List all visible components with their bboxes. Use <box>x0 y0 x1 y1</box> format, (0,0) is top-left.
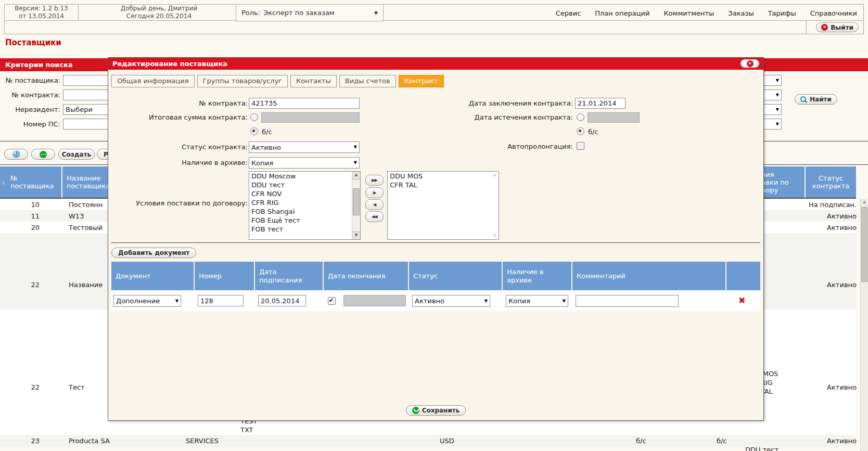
save-icon <box>412 407 419 414</box>
col-header-status[interactable]: Статус контракта <box>806 166 856 198</box>
terms-available-list[interactable]: DDU Moscow DDU тест CFR NOV CFR RIG FOB … <box>249 171 361 240</box>
greeting: Добрый день, Дмитрий Сегодня 20.05.2014 <box>79 5 240 20</box>
nonresident-value: Выбери <box>66 106 93 113</box>
role-select[interactable]: Роль: Эксперт по заказам ▼ <box>236 4 384 21</box>
chevron-down-icon: ▼ <box>354 145 357 149</box>
secondary-bar: ✕ Выйти <box>4 21 864 34</box>
scrollbar-thumb[interactable] <box>353 188 360 215</box>
green-dots-icon <box>40 151 47 158</box>
version-line2: от 13.05.2014 <box>5 12 78 20</box>
role-label: Роль: <box>241 9 260 17</box>
list-item[interactable]: FOB тест <box>249 225 360 234</box>
doc-table-row: Дополнение ▼ ✔ Активно ▼ Копия ▼ ✖ <box>111 290 760 311</box>
chevron-down-icon: ▼ <box>484 299 488 303</box>
menu-item-operations-plan[interactable]: План операций <box>595 9 649 17</box>
top-bar: Версия: 1.2 b.13 от 13.05.2014 Добрый де… <box>4 4 864 21</box>
terms-selected-list[interactable]: DDU MOS CFR TAL ▲ ▼ <box>387 171 499 240</box>
date-end-disabled-input <box>588 112 640 123</box>
cell-supplier-no: 20 <box>15 224 40 232</box>
delete-row-icon[interactable]: ✖ <box>738 295 745 305</box>
doc-col-end-date: Дата окончания <box>324 262 408 290</box>
list-item[interactable]: FOB Ещё тест <box>249 216 360 225</box>
move-right-button[interactable]: ▶ <box>365 187 384 198</box>
menu-item-tariffs[interactable]: Тарифы <box>768 9 796 17</box>
chevron-down-icon: ▼ <box>175 299 178 303</box>
doc-archive-select[interactable]: Копия ▼ <box>506 295 568 307</box>
ps-number-label: Номер ПС: <box>0 120 60 128</box>
logout-label: Выйти <box>831 24 853 31</box>
tab-goods-groups[interactable]: Группы товаров/услуг <box>197 75 288 87</box>
doc-no-end-date-checkbox[interactable]: ✔ <box>328 297 336 305</box>
tab-account-types[interactable]: Виды счетов <box>339 75 396 87</box>
list-item[interactable]: CFR TAL <box>388 181 499 189</box>
add-document-button[interactable]: Добавить документ <box>111 248 196 258</box>
tab-general-info[interactable]: Общая информация <box>111 75 195 87</box>
autoprolong-label: Автопролонгация: <box>417 143 573 151</box>
refresh-button[interactable] <box>4 149 28 160</box>
grid-scrollbar[interactable]: ▲ <box>860 199 868 451</box>
doc-comment-input[interactable] <box>576 295 679 307</box>
move-all-right-button[interactable]: ▶▶ <box>365 175 384 186</box>
list-item[interactable]: CFR NOV <box>249 189 360 198</box>
list-item[interactable]: DDU Moscow <box>249 172 360 181</box>
date-start-label: Дата заключения контракта: <box>417 99 573 108</box>
scroll-up-icon[interactable]: ▲ <box>861 199 868 205</box>
total-sum-bs-radio[interactable] <box>250 127 258 135</box>
doc-status-select[interactable]: Активно ▼ <box>412 295 490 307</box>
version-info: Версия: 1.2 b.13 от 13.05.2014 <box>5 5 79 20</box>
cell-supplier-no: 22 <box>15 281 40 289</box>
menu-item-commitments[interactable]: Коммитменты <box>663 9 714 17</box>
tab-contract[interactable]: Контракт <box>399 75 444 87</box>
list-item[interactable]: DDU тест <box>249 181 360 189</box>
total-sum-label: Итоговая сумма контракта: <box>112 113 248 122</box>
menu-item-directories[interactable]: Справочники <box>810 9 857 17</box>
divider <box>111 242 760 243</box>
scroll-down-icon[interactable]: ▼ <box>352 231 360 239</box>
options-button[interactable] <box>31 149 55 160</box>
doc-type-select[interactable]: Дополнение ▼ <box>113 295 181 307</box>
role-value: Эксперт по заказам <box>263 9 335 17</box>
doc-sign-date-input[interactable] <box>258 295 306 306</box>
col-header-supplier-no[interactable]: ▲ № поставщика <box>0 166 61 198</box>
table-row[interactable] <box>0 435 856 447</box>
contract-number-input[interactable] <box>249 98 360 109</box>
menu-item-orders[interactable]: Заказы <box>728 9 754 17</box>
modal-close-button[interactable]: ✕ <box>741 59 759 68</box>
chevron-down-icon: ▼ <box>374 10 378 16</box>
menu-item-service[interactable]: Сервис <box>556 9 581 17</box>
delivery-terms-label: Условия поставки по договору: <box>112 199 248 208</box>
total-sum-radio[interactable] <box>250 113 258 121</box>
chevron-down-icon: ▼ <box>776 108 779 112</box>
list-scrollbar[interactable]: ▲ ▼ <box>352 172 360 239</box>
logout-button[interactable]: ✕ Выйти <box>816 22 859 32</box>
close-icon: ✕ <box>747 60 754 67</box>
cell-supplier-name: Название <box>69 281 103 289</box>
doc-number-input[interactable] <box>198 295 244 306</box>
move-all-left-button[interactable]: ◀◀ <box>365 211 384 222</box>
contract-status-select[interactable]: Активно ▼ <box>249 141 360 153</box>
date-end-bs-radio[interactable] <box>577 127 584 135</box>
sort-asc-icon[interactable]: ▲ <box>2 178 6 186</box>
create-button[interactable]: Создать <box>58 149 95 160</box>
list-item[interactable]: DDU MOS <box>388 172 499 181</box>
save-button[interactable]: Сохранить <box>406 405 466 416</box>
scroll-up-icon[interactable]: ▲ <box>491 172 499 178</box>
date-end-radio[interactable] <box>577 113 584 121</box>
list-item[interactable]: CFR RIG <box>249 198 360 207</box>
scroll-down-icon[interactable]: ▼ <box>491 233 499 239</box>
date-start-input[interactable] <box>575 98 626 109</box>
scroll-up-icon[interactable]: ▲ <box>352 172 360 179</box>
autoprolong-checkbox[interactable]: ✔ <box>577 142 584 150</box>
archive-select[interactable]: Копия ▼ <box>249 157 360 169</box>
tab-contacts[interactable]: Контакты <box>290 75 337 87</box>
cell-expiry: б/с <box>717 437 727 445</box>
move-left-button[interactable]: ◀ <box>365 199 384 210</box>
cell-supplier-name: W13 <box>69 212 84 221</box>
list-scrollbar[interactable]: ▲ ▼ <box>491 172 499 239</box>
scrollbar-thumb[interactable] <box>861 207 867 282</box>
cell-supplier-no: 22 <box>15 383 40 392</box>
doc-col-actions <box>726 262 760 290</box>
cell-status: Активно <box>802 383 860 392</box>
find-button[interactable]: Найти <box>795 94 837 105</box>
list-item[interactable]: FOB Shangai <box>249 207 360 216</box>
